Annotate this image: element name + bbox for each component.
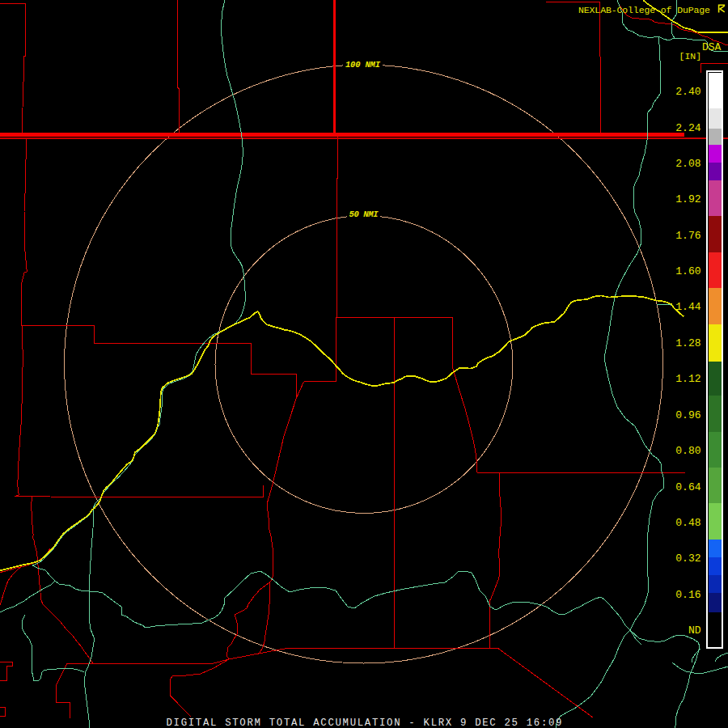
svg-text:2.08: 2.08 xyxy=(675,158,700,170)
svg-text:1.60: 1.60 xyxy=(675,265,700,277)
svg-text:DIGITAL STORM TOTAL ACCUMULATI: DIGITAL STORM TOTAL ACCUMULATION - KLRX … xyxy=(167,717,562,728)
svg-text:0.32: 0.32 xyxy=(675,552,700,565)
svg-text:0.16: 0.16 xyxy=(675,589,700,601)
svg-text:1.44: 1.44 xyxy=(675,301,700,313)
svg-text:ND: ND xyxy=(688,624,701,637)
svg-text:2.40: 2.40 xyxy=(675,86,700,98)
svg-text:[IN]: [IN] xyxy=(679,51,702,61)
svg-text:0.80: 0.80 xyxy=(675,445,700,457)
svg-text:50 NMI: 50 NMI xyxy=(349,210,379,219)
svg-text:1.76: 1.76 xyxy=(675,230,700,242)
svg-text:1.28: 1.28 xyxy=(675,337,700,349)
svg-text:100 NMI: 100 NMI xyxy=(345,60,381,70)
svg-text:0.96: 0.96 xyxy=(675,409,700,421)
svg-text:NEXLAB-College of DuPage: NEXLAB-College of DuPage xyxy=(578,5,710,15)
svg-text:0.48: 0.48 xyxy=(675,517,700,529)
svg-text:0.64: 0.64 xyxy=(675,481,700,493)
svg-text:2.24: 2.24 xyxy=(675,122,700,134)
svg-text:1.92: 1.92 xyxy=(675,193,700,205)
svg-text:DSA: DSA xyxy=(702,41,722,53)
svg-text:1.12: 1.12 xyxy=(675,373,700,385)
